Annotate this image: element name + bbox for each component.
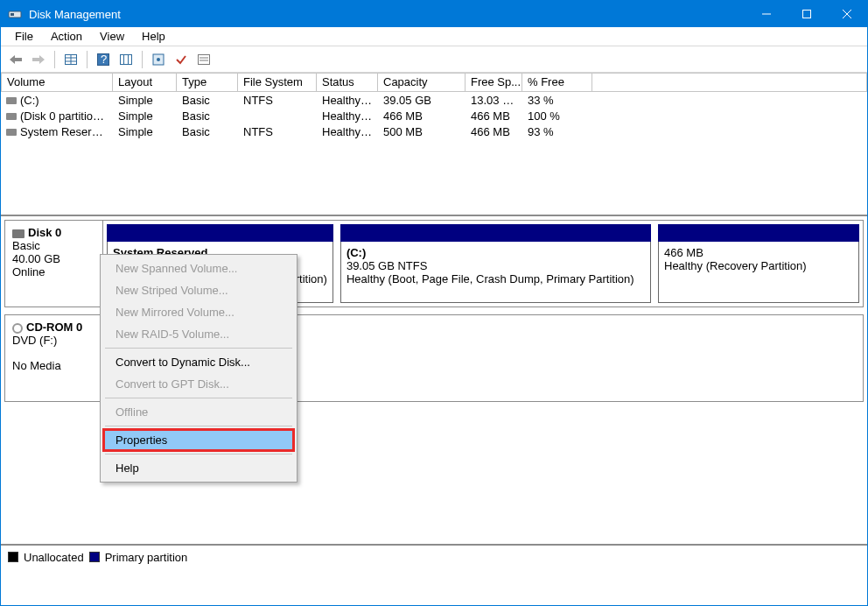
table-row[interactable]: System Reserved Simple Basic NTFS Health… [1,123,867,139]
close-button[interactable] [827,1,867,27]
menu-action[interactable]: Action [42,28,91,45]
menu-help[interactable]: Help [103,457,294,479]
disk-icon [12,229,24,238]
svg-point-16 [157,58,160,61]
menu-view[interactable]: View [91,28,133,45]
volume-list: Volume Layout Type File System Status Ca… [1,73,867,216]
svg-text:?: ? [101,53,107,66]
menu-new-spanned: New Spanned Volume... [103,257,294,279]
volume-icon [6,97,17,104]
menu-offline: Offline [103,401,294,423]
col-status[interactable]: Status [317,73,378,92]
menu-convert-gpt: Convert to GPT Disk... [103,373,294,395]
legend-label-unallocated: Unallocated [24,551,84,564]
volume-list-header: Volume Layout Type File System Status Ca… [1,73,867,92]
col-capacity[interactable]: Capacity [378,73,466,92]
vol-name: System Reserved [20,125,110,138]
col-remainder [592,73,867,92]
legend-swatch-unallocated [8,552,18,562]
back-button[interactable] [6,50,25,69]
cd-icon [12,323,23,334]
context-menu: New Spanned Volume... New Striped Volume… [100,254,298,483]
titlebar: Disk Management [1,1,867,27]
menubar: File Action View Help [1,27,867,46]
volume-icon [6,113,17,120]
menu-new-raid5: New RAID-5 Volume... [103,323,294,345]
legend-label-primary: Primary partition [105,551,188,564]
vol-name: (C:) [20,94,39,107]
partition-c[interactable]: (C:) 39.05 GB NTFS Healthy (Boot, Page F… [340,224,651,303]
legend: Unallocated Primary partition [1,546,867,568]
maximize-button[interactable] [787,1,827,27]
menu-new-mirrored: New Mirrored Volume... [103,301,294,323]
toolbar-check-icon[interactable] [172,50,191,69]
window-title: Disk Management [29,8,746,21]
col-file-system[interactable]: File System [238,73,317,92]
col-volume[interactable]: Volume [1,73,113,92]
table-row[interactable]: (C:) Simple Basic NTFS Healthy (... 39.0… [1,92,867,108]
minimize-button[interactable] [746,1,787,27]
table-row[interactable]: (Disk 0 partition 3) Simple Basic Health… [1,108,867,123]
vol-name: (Disk 0 partition 3) [20,109,112,123]
toolbar-grid-icon[interactable] [116,50,136,69]
cd-rom-info[interactable]: CD-ROM 0 DVD (F:) No Media [5,315,103,401]
partition-recovery[interactable]: 466 MB Healthy (Recovery Partition) [658,224,859,303]
toolbar-settings-icon[interactable] [149,50,168,69]
col-free-space[interactable]: Free Sp... [466,73,522,92]
menu-convert-dynamic[interactable]: Convert to Dynamic Disk... [103,351,294,373]
svg-rect-17 [199,54,210,64]
svg-rect-3 [803,11,811,18]
app-icon [8,7,22,21]
svg-rect-12 [121,54,132,64]
menu-new-striped: New Striped Volume... [103,279,294,301]
toolbar: ? [1,46,867,73]
menu-help[interactable]: Help [133,28,174,45]
toolbar-help-icon[interactable]: ? [94,50,113,69]
forward-button[interactable] [29,50,48,69]
menu-properties[interactable]: Properties [103,429,294,451]
toolbar-list-icon[interactable] [194,50,214,69]
volume-icon [6,129,17,136]
col-type[interactable]: Type [177,73,238,92]
col-percent-free[interactable]: % Free [522,73,592,92]
col-layout[interactable]: Layout [113,73,177,92]
disk-0-info[interactable]: Disk 0 Basic 40.00 GB Online [5,221,103,307]
toolbar-table-icon[interactable] [61,50,80,69]
legend-swatch-primary [89,552,100,562]
menu-file[interactable]: File [6,28,42,45]
svg-rect-1 [10,13,14,16]
